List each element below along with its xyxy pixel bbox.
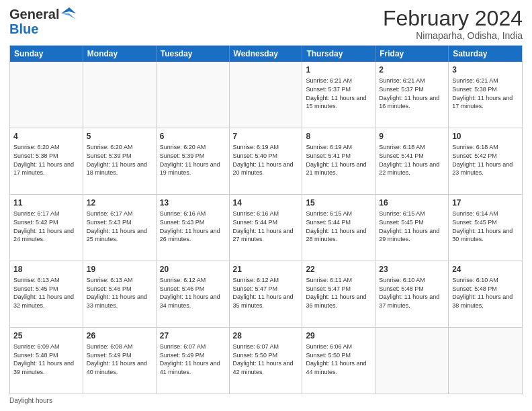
day-cell: 12Sunrise: 6:17 AM Sunset: 5:43 PM Dayli… bbox=[83, 195, 157, 261]
day-cell: 10Sunrise: 6:18 AM Sunset: 5:42 PM Dayli… bbox=[449, 128, 522, 194]
svg-marker-0 bbox=[61, 7, 76, 13]
day-info: Sunrise: 6:18 AM Sunset: 5:42 PM Dayligh… bbox=[452, 143, 519, 177]
day-info: Sunrise: 6:19 AM Sunset: 5:40 PM Dayligh… bbox=[233, 143, 299, 177]
day-cell: 15Sunrise: 6:15 AM Sunset: 5:44 PM Dayli… bbox=[302, 195, 375, 261]
day-cell: 8Sunrise: 6:19 AM Sunset: 5:41 PM Daylig… bbox=[302, 128, 375, 194]
week-row: 4Sunrise: 6:20 AM Sunset: 5:38 PM Daylig… bbox=[10, 128, 522, 195]
day-cell: 14Sunrise: 6:16 AM Sunset: 5:44 PM Dayli… bbox=[230, 195, 303, 261]
day-number: 16 bbox=[379, 197, 445, 208]
day-cell: 23Sunrise: 6:10 AM Sunset: 5:48 PM Dayli… bbox=[375, 261, 449, 327]
page: General Blue February 2024 Nimaparha, Od… bbox=[0, 0, 532, 411]
day-info: Sunrise: 6:19 AM Sunset: 5:41 PM Dayligh… bbox=[306, 143, 371, 177]
day-info: Sunrise: 6:07 AM Sunset: 5:50 PM Dayligh… bbox=[233, 342, 299, 376]
day-cell: 24Sunrise: 6:10 AM Sunset: 5:48 PM Dayli… bbox=[449, 261, 522, 327]
day-cell: 18Sunrise: 6:13 AM Sunset: 5:45 PM Dayli… bbox=[10, 261, 83, 327]
day-cell bbox=[10, 62, 83, 128]
day-info: Sunrise: 6:07 AM Sunset: 5:49 PM Dayligh… bbox=[160, 342, 226, 376]
day-info: Sunrise: 6:09 AM Sunset: 5:48 PM Dayligh… bbox=[13, 342, 79, 376]
day-cell: 29Sunrise: 6:06 AM Sunset: 5:50 PM Dayli… bbox=[302, 328, 375, 394]
logo-general: General bbox=[9, 7, 59, 21]
day-number: 20 bbox=[160, 264, 226, 275]
day-cell: 11Sunrise: 6:17 AM Sunset: 5:42 PM Dayli… bbox=[10, 195, 83, 261]
day-header-monday: Monday bbox=[83, 46, 157, 62]
day-cell: 20Sunrise: 6:12 AM Sunset: 5:46 PM Dayli… bbox=[157, 261, 230, 327]
day-cell bbox=[83, 62, 157, 128]
day-cell bbox=[375, 328, 449, 394]
day-info: Sunrise: 6:21 AM Sunset: 5:38 PM Dayligh… bbox=[452, 77, 519, 110]
header: General Blue February 2024 Nimaparha, Od… bbox=[9, 7, 523, 41]
day-info: Sunrise: 6:16 AM Sunset: 5:43 PM Dayligh… bbox=[160, 210, 226, 243]
day-info: Sunrise: 6:10 AM Sunset: 5:48 PM Dayligh… bbox=[452, 276, 519, 310]
day-cell: 4Sunrise: 6:20 AM Sunset: 5:38 PM Daylig… bbox=[10, 128, 83, 194]
day-number: 8 bbox=[306, 131, 371, 142]
day-number: 19 bbox=[87, 264, 152, 275]
logo: General Blue bbox=[9, 7, 76, 36]
day-number: 26 bbox=[87, 330, 152, 341]
calendar: SundayMondayTuesdayWednesdayThursdayFrid… bbox=[9, 45, 523, 394]
daylight-label: Daylight hours bbox=[9, 397, 52, 404]
day-number: 24 bbox=[452, 264, 519, 275]
day-cell: 13Sunrise: 6:16 AM Sunset: 5:43 PM Dayli… bbox=[157, 195, 230, 261]
logo-blue: Blue bbox=[9, 21, 38, 36]
footer: Daylight hours bbox=[9, 397, 523, 404]
day-cell: 1Sunrise: 6:21 AM Sunset: 5:37 PM Daylig… bbox=[302, 62, 375, 128]
day-cell: 6Sunrise: 6:20 AM Sunset: 5:39 PM Daylig… bbox=[157, 128, 230, 194]
day-number: 22 bbox=[306, 264, 371, 275]
day-header-friday: Friday bbox=[375, 46, 449, 62]
day-info: Sunrise: 6:13 AM Sunset: 5:45 PM Dayligh… bbox=[13, 276, 79, 310]
day-cell: 16Sunrise: 6:15 AM Sunset: 5:45 PM Dayli… bbox=[375, 195, 449, 261]
day-headers: SundayMondayTuesdayWednesdayThursdayFrid… bbox=[10, 46, 522, 62]
day-info: Sunrise: 6:06 AM Sunset: 5:50 PM Dayligh… bbox=[306, 342, 371, 376]
day-cell: 17Sunrise: 6:14 AM Sunset: 5:45 PM Dayli… bbox=[449, 195, 522, 261]
day-info: Sunrise: 6:20 AM Sunset: 5:39 PM Dayligh… bbox=[160, 143, 226, 177]
day-number: 11 bbox=[13, 197, 79, 208]
day-number: 23 bbox=[379, 264, 445, 275]
day-cell: 25Sunrise: 6:09 AM Sunset: 5:48 PM Dayli… bbox=[10, 328, 83, 394]
day-header-tuesday: Tuesday bbox=[157, 46, 230, 62]
day-number: 12 bbox=[87, 197, 152, 208]
day-cell: 26Sunrise: 6:08 AM Sunset: 5:49 PM Dayli… bbox=[83, 328, 157, 394]
day-header-thursday: Thursday bbox=[302, 46, 375, 62]
day-number: 28 bbox=[233, 330, 299, 341]
day-header-wednesday: Wednesday bbox=[230, 46, 303, 62]
day-info: Sunrise: 6:08 AM Sunset: 5:49 PM Dayligh… bbox=[87, 342, 152, 376]
day-cell: 22Sunrise: 6:11 AM Sunset: 5:47 PM Dayli… bbox=[302, 261, 375, 327]
day-number: 29 bbox=[306, 330, 371, 341]
title-block: February 2024 Nimaparha, Odisha, India bbox=[383, 7, 523, 41]
day-info: Sunrise: 6:11 AM Sunset: 5:47 PM Dayligh… bbox=[306, 276, 371, 310]
day-number: 10 bbox=[452, 131, 519, 142]
week-row: 18Sunrise: 6:13 AM Sunset: 5:45 PM Dayli… bbox=[10, 261, 522, 328]
day-cell: 27Sunrise: 6:07 AM Sunset: 5:49 PM Dayli… bbox=[157, 328, 230, 394]
logo-svg: General Blue bbox=[9, 7, 76, 36]
week-row: 11Sunrise: 6:17 AM Sunset: 5:42 PM Dayli… bbox=[10, 195, 522, 261]
day-info: Sunrise: 6:21 AM Sunset: 5:37 PM Dayligh… bbox=[379, 77, 445, 110]
day-header-saturday: Saturday bbox=[449, 46, 522, 62]
logo-bird-icon bbox=[61, 7, 76, 19]
day-number: 27 bbox=[160, 330, 226, 341]
day-number: 18 bbox=[13, 264, 79, 275]
day-info: Sunrise: 6:10 AM Sunset: 5:48 PM Dayligh… bbox=[379, 276, 445, 310]
day-number: 13 bbox=[160, 197, 226, 208]
svg-marker-1 bbox=[61, 13, 76, 19]
main-title: February 2024 bbox=[383, 7, 523, 30]
day-info: Sunrise: 6:17 AM Sunset: 5:42 PM Dayligh… bbox=[13, 210, 79, 243]
day-number: 7 bbox=[233, 131, 299, 142]
day-info: Sunrise: 6:18 AM Sunset: 5:41 PM Dayligh… bbox=[379, 143, 445, 177]
day-number: 9 bbox=[379, 131, 445, 142]
day-number: 15 bbox=[306, 197, 371, 208]
day-cell: 28Sunrise: 6:07 AM Sunset: 5:50 PM Dayli… bbox=[230, 328, 303, 394]
day-number: 3 bbox=[452, 64, 519, 75]
day-header-sunday: Sunday bbox=[10, 46, 83, 62]
day-number: 1 bbox=[306, 64, 371, 75]
day-info: Sunrise: 6:15 AM Sunset: 5:44 PM Dayligh… bbox=[306, 210, 371, 243]
calendar-body: 1Sunrise: 6:21 AM Sunset: 5:37 PM Daylig… bbox=[10, 62, 522, 394]
day-info: Sunrise: 6:16 AM Sunset: 5:44 PM Dayligh… bbox=[233, 210, 299, 243]
day-cell: 7Sunrise: 6:19 AM Sunset: 5:40 PM Daylig… bbox=[230, 128, 303, 194]
day-cell bbox=[449, 328, 522, 394]
day-cell bbox=[157, 62, 230, 128]
day-cell: 5Sunrise: 6:20 AM Sunset: 5:39 PM Daylig… bbox=[83, 128, 157, 194]
day-number: 5 bbox=[87, 131, 152, 142]
day-number: 2 bbox=[379, 64, 445, 75]
day-number: 14 bbox=[233, 197, 299, 208]
day-cell: 2Sunrise: 6:21 AM Sunset: 5:37 PM Daylig… bbox=[375, 62, 449, 128]
